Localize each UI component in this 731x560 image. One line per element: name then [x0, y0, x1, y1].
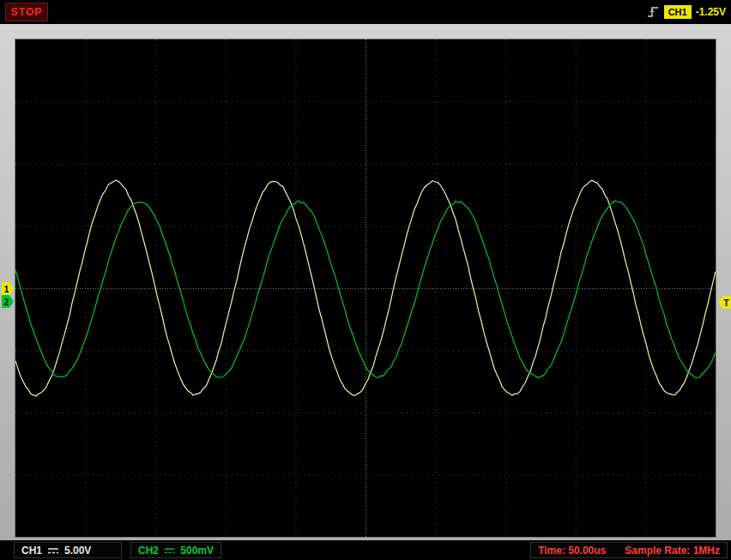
ch1-scale-readout: CH1 5.00V: [14, 542, 122, 558]
ch1-ground-marker-label: 1: [4, 284, 9, 293]
oscilloscope-app: STOP CH1 -1.25V 1 2 T CH1: [0, 0, 731, 560]
ch2-scale-value: 500mV: [180, 545, 214, 557]
ch1-ground-marker[interactable]: 1: [2, 282, 15, 295]
trigger-level-marker-label: T: [723, 298, 728, 308]
bottom-readout-bar: CH1 5.00V CH2 500mV Time: 50.00us Sample…: [0, 540, 731, 560]
ch2-dc-coupling-icon: [164, 546, 175, 555]
trigger-level-marker[interactable]: T: [718, 296, 731, 309]
waveform-area: [15, 39, 716, 537]
trigger-edge-icon: [646, 5, 660, 19]
trigger-level-value: -1.25V: [696, 6, 726, 18]
ch2-ground-marker[interactable]: 2: [2, 295, 15, 308]
ch1-scale-value: 5.00V: [64, 545, 91, 557]
ch1-dc-coupling-icon: [47, 546, 59, 555]
ch1-readout-label: CH1: [21, 545, 42, 557]
top-status-bar: STOP CH1 -1.25V: [0, 0, 731, 24]
trigger-source-chip: CH1: [664, 5, 692, 19]
sample-rate-value: Sample Rate: 1MHz: [625, 545, 720, 557]
ch2-scale-readout: CH2 500mV: [130, 542, 221, 558]
ch2-ground-marker-label: 2: [4, 297, 9, 306]
timebase-readout: Time: 50.00us Sample Rate: 1MHz: [530, 542, 728, 558]
scope-display: [15, 39, 716, 538]
acquisition-status-button[interactable]: STOP: [5, 3, 48, 21]
time-per-div-value: Time: 50.00us: [538, 545, 606, 557]
trigger-readout: CH1 -1.25V: [646, 3, 726, 21]
ch2-readout-label: CH2: [138, 545, 159, 557]
